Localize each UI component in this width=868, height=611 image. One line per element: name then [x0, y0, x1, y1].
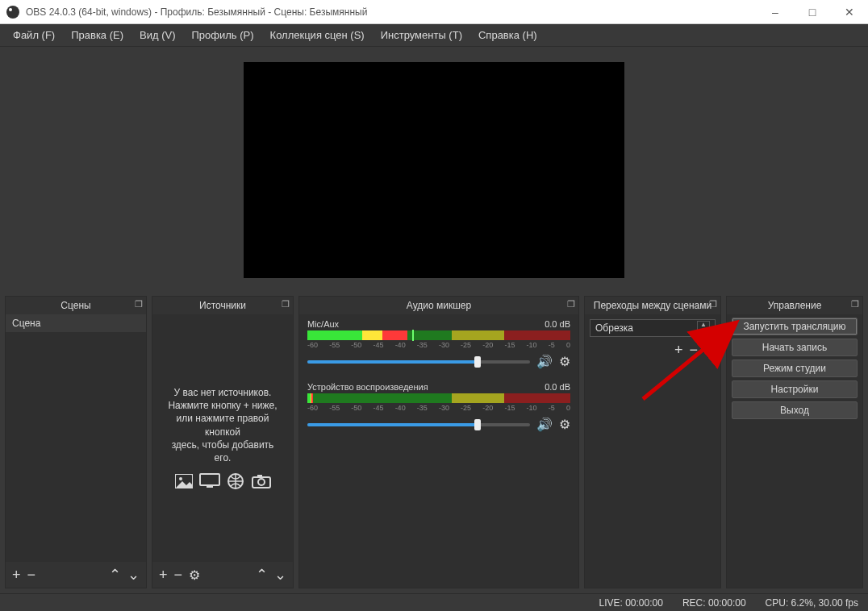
level-meter	[307, 393, 570, 403]
volume-slider[interactable]	[307, 423, 530, 426]
mixer-channel-name: Устройство воспроизведения	[307, 382, 428, 392]
mixer-dock: Аудио микшер ❐ Mic/Aux 0.0 dB -60-55-50-…	[298, 296, 579, 588]
meter-ticks: -60-55-50-45-40-35-30-25-20-15-10-50	[307, 341, 570, 349]
status-live: LIVE: 00:00:00	[599, 597, 662, 609]
scene-item[interactable]: Сцена	[6, 314, 146, 332]
start-streaming-button[interactable]: Запустить трансляцию	[732, 318, 858, 335]
mixer-header: Аудио микшер ❐	[299, 297, 578, 314]
meter-ticks: -60-55-50-45-40-35-30-25-20-15-10-50	[307, 404, 570, 412]
globe-icon	[225, 472, 246, 490]
transition-add-button[interactable]: +	[674, 342, 683, 359]
transition-properties-button[interactable]: ⚙	[704, 343, 716, 358]
transitions-dock: Переходы между сценами ❐ Обрезка ▲▼ + − …	[584, 296, 721, 588]
mixer-channel: Устройство воспроизведения 0.0 dB -60-55…	[299, 377, 578, 440]
svg-point-1	[179, 477, 182, 480]
menubar: Файл (F) Правка (E) Вид (V) Профиль (P) …	[0, 24, 868, 47]
mixer-body: Mic/Aux 0.0 dB -60-55-50-45-40-35-30-25-…	[299, 314, 578, 588]
docks-row: Сцены ❐ Сцена + − ⌃ ⌄ Источники ❐ У вас …	[0, 293, 868, 593]
popout-icon[interactable]: ❐	[282, 299, 290, 310]
sources-body[interactable]: У вас нет источников. Нажмите кнопку + н…	[152, 314, 293, 562]
scenes-footer: + − ⌃ ⌄	[6, 562, 146, 588]
settings-button[interactable]: Настройки	[732, 380, 858, 398]
source-type-icons	[173, 472, 272, 490]
svg-point-7	[258, 479, 265, 485]
scenes-header: Сцены ❐	[6, 297, 146, 314]
svg-rect-2	[200, 474, 219, 485]
svg-rect-6	[257, 475, 262, 478]
scene-move-up-button[interactable]: ⌃	[109, 566, 121, 584]
source-add-button[interactable]: +	[159, 567, 168, 584]
sources-dock: Источники ❐ У вас нет источников. Нажмит…	[152, 296, 294, 588]
minimize-button[interactable]: –	[757, 0, 794, 24]
popout-icon[interactable]: ❐	[851, 299, 859, 310]
controls-dock: Управление ❐ Запустить трансляцию Начать…	[726, 296, 863, 588]
mixer-channel-level: 0.0 dB	[545, 319, 570, 329]
source-move-up-button[interactable]: ⌃	[256, 566, 268, 584]
sources-title: Источники	[199, 300, 246, 311]
preview-canvas[interactable]	[244, 62, 624, 278]
transition-remove-button[interactable]: −	[689, 342, 698, 359]
controls-title: Управление	[768, 300, 822, 311]
sources-empty-line: здесь, чтобы добавить его.	[172, 439, 274, 463]
source-move-down-button[interactable]: ⌄	[274, 566, 286, 584]
transitions-body: Обрезка ▲▼ + − ⚙	[585, 314, 720, 588]
scene-remove-button[interactable]: −	[27, 567, 36, 584]
studio-mode-button[interactable]: Режим студии	[732, 360, 858, 377]
menu-help[interactable]: Справка (H)	[470, 26, 545, 44]
level-meter	[307, 330, 570, 340]
titlebar: OBS 24.0.3 (64-bit, windows) - Профиль: …	[0, 0, 868, 24]
status-bar: LIVE: 00:00:00 REC: 00:00:00 CPU: 6.2%, …	[0, 593, 868, 611]
exit-button[interactable]: Выход	[732, 401, 858, 419]
popout-icon[interactable]: ❐	[709, 299, 717, 310]
gear-icon[interactable]: ⚙	[559, 354, 570, 369]
app-icon	[6, 6, 19, 19]
sources-empty-line: У вас нет источников.	[174, 387, 272, 398]
display-icon	[199, 472, 220, 490]
svg-rect-3	[207, 486, 213, 488]
menu-edit[interactable]: Правка (E)	[63, 26, 131, 44]
sources-footer: + − ⚙ ⌃ ⌄	[152, 562, 293, 588]
gear-icon[interactable]: ⚙	[559, 417, 570, 432]
close-button[interactable]: ✕	[831, 0, 868, 24]
start-recording-button[interactable]: Начать запись	[732, 339, 858, 356]
popout-icon[interactable]: ❐	[135, 299, 143, 310]
speaker-icon[interactable]: 🔊	[536, 417, 553, 432]
transitions-header: Переходы между сценами ❐	[585, 297, 720, 314]
menu-profile[interactable]: Профиль (P)	[184, 26, 262, 44]
scenes-body[interactable]: Сцена	[6, 314, 146, 562]
menu-tools[interactable]: Инструменты (T)	[373, 26, 470, 44]
maximize-button[interactable]: □	[794, 0, 831, 24]
preview-area	[0, 47, 868, 293]
sources-header: Источники ❐	[152, 297, 293, 314]
menu-scene-collection[interactable]: Коллекция сцен (S)	[262, 26, 373, 44]
transitions-title: Переходы между сценами	[594, 300, 712, 311]
sources-empty-line: или нажмите правой кнопкой	[177, 413, 269, 437]
scenes-dock: Сцены ❐ Сцена + − ⌃ ⌄	[5, 296, 147, 588]
image-icon	[173, 472, 194, 490]
mixer-title: Аудио микшер	[407, 300, 471, 311]
scene-add-button[interactable]: +	[12, 567, 21, 584]
status-cpu: CPU: 6.2%, 30.00 fps	[766, 597, 858, 609]
controls-header: Управление ❐	[727, 297, 862, 314]
controls-body: Запустить трансляцию Начать запись Режим…	[727, 314, 862, 588]
mixer-channel-level: 0.0 dB	[545, 382, 570, 392]
spinner-icon[interactable]: ▲▼	[697, 321, 710, 335]
source-properties-button[interactable]: ⚙	[189, 567, 200, 583]
mixer-channel: Mic/Aux 0.0 dB -60-55-50-45-40-35-30-25-…	[299, 314, 578, 377]
window-title: OBS 24.0.3 (64-bit, windows) - Профиль: …	[26, 6, 757, 18]
scene-move-down-button[interactable]: ⌄	[127, 566, 140, 584]
scenes-title: Сцены	[61, 300, 90, 311]
volume-slider[interactable]	[307, 360, 530, 364]
transition-selected-label: Обрезка	[595, 322, 633, 334]
mixer-channel-name: Mic/Aux	[307, 319, 339, 329]
status-rec: REC: 00:00:00	[682, 597, 746, 609]
camera-icon	[251, 472, 272, 490]
source-remove-button[interactable]: −	[174, 567, 183, 584]
speaker-icon[interactable]: 🔊	[536, 354, 553, 369]
transition-select[interactable]: Обрезка ▲▼	[590, 319, 716, 337]
menu-view[interactable]: Вид (V)	[131, 26, 183, 44]
menu-file[interactable]: Файл (F)	[5, 26, 63, 44]
popout-icon[interactable]: ❐	[567, 299, 575, 310]
sources-empty-line: Нажмите кнопку + ниже,	[168, 400, 277, 411]
